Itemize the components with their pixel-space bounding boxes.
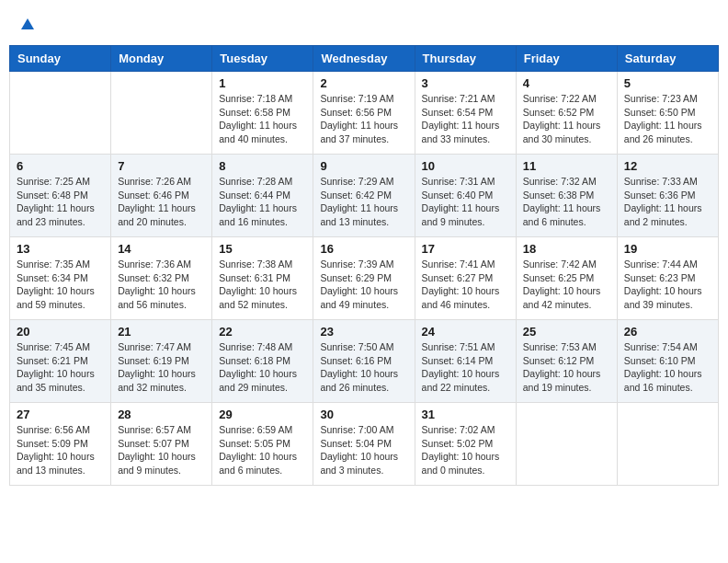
calendar-cell: 7Sunrise: 7:26 AMSunset: 6:46 PMDaylight… — [111, 155, 212, 237]
day-info: Sunrise: 7:39 AMSunset: 6:29 PMDaylight:… — [320, 258, 407, 312]
svg-marker-0 — [21, 18, 34, 29]
calendar-cell: 1Sunrise: 7:18 AMSunset: 6:58 PMDaylight… — [212, 72, 313, 155]
calendar-cell: 24Sunrise: 7:51 AMSunset: 6:14 PMDayligh… — [415, 320, 516, 403]
day-info: Sunrise: 7:32 AMSunset: 6:38 PMDaylight:… — [523, 175, 610, 229]
calendar-cell — [617, 403, 718, 486]
day-number: 28 — [118, 408, 205, 421]
day-info: Sunrise: 7:02 AMSunset: 5:02 PMDaylight:… — [422, 423, 509, 477]
day-info: Sunrise: 7:33 AMSunset: 6:36 PMDaylight:… — [624, 175, 711, 229]
day-info: Sunrise: 7:45 AMSunset: 6:21 PMDaylight:… — [17, 340, 104, 395]
day-number: 30 — [320, 408, 407, 421]
day-info: Sunrise: 7:53 AMSunset: 6:12 PMDaylight:… — [523, 340, 610, 395]
calendar-dow-monday: Monday — [111, 46, 212, 72]
day-info: Sunrise: 7:54 AMSunset: 6:10 PMDaylight:… — [624, 340, 711, 395]
day-number: 29 — [219, 408, 306, 421]
day-number: 25 — [523, 325, 610, 339]
day-number: 2 — [320, 76, 407, 90]
logo-triangle-icon — [19, 17, 36, 33]
day-number: 9 — [320, 159, 407, 173]
calendar-cell: 14Sunrise: 7:36 AMSunset: 6:32 PMDayligh… — [111, 237, 212, 320]
logo — [18, 14, 36, 31]
calendar-cell: 16Sunrise: 7:39 AMSunset: 6:29 PMDayligh… — [313, 237, 415, 320]
calendar-cell: 30Sunrise: 7:00 AMSunset: 5:04 PMDayligh… — [313, 403, 415, 486]
calendar-cell: 19Sunrise: 7:44 AMSunset: 6:23 PMDayligh… — [617, 237, 718, 320]
calendar-cell: 12Sunrise: 7:33 AMSunset: 6:36 PMDayligh… — [617, 155, 718, 237]
day-info: Sunrise: 7:29 AMSunset: 6:42 PMDaylight:… — [320, 175, 407, 229]
day-number: 5 — [624, 76, 711, 90]
calendar-cell: 22Sunrise: 7:48 AMSunset: 6:18 PMDayligh… — [212, 320, 313, 403]
day-info: Sunrise: 7:21 AMSunset: 6:54 PMDaylight:… — [422, 92, 509, 146]
calendar-cell: 21Sunrise: 7:47 AMSunset: 6:19 PMDayligh… — [111, 320, 212, 403]
day-info: Sunrise: 7:48 AMSunset: 6:18 PMDaylight:… — [219, 340, 306, 395]
calendar-cell: 13Sunrise: 7:35 AMSunset: 6:34 PMDayligh… — [10, 237, 111, 320]
day-info: Sunrise: 6:59 AMSunset: 5:05 PMDaylight:… — [219, 423, 306, 477]
calendar-cell: 27Sunrise: 6:56 AMSunset: 5:09 PMDayligh… — [10, 403, 111, 486]
day-info: Sunrise: 7:25 AMSunset: 6:48 PMDaylight:… — [17, 175, 104, 229]
calendar-cell: 6Sunrise: 7:25 AMSunset: 6:48 PMDaylight… — [10, 155, 111, 237]
calendar-week-row: 6Sunrise: 7:25 AMSunset: 6:48 PMDaylight… — [10, 155, 719, 237]
day-number: 4 — [523, 76, 610, 90]
calendar-week-row: 20Sunrise: 7:45 AMSunset: 6:21 PMDayligh… — [10, 320, 719, 403]
day-info: Sunrise: 7:35 AMSunset: 6:34 PMDaylight:… — [17, 258, 104, 312]
calendar-cell: 3Sunrise: 7:21 AMSunset: 6:54 PMDaylight… — [415, 72, 516, 155]
calendar-cell: 17Sunrise: 7:41 AMSunset: 6:27 PMDayligh… — [415, 237, 516, 320]
day-info: Sunrise: 7:23 AMSunset: 6:50 PMDaylight:… — [624, 92, 711, 146]
day-info: Sunrise: 7:50 AMSunset: 6:16 PMDaylight:… — [320, 340, 407, 395]
day-number: 3 — [422, 76, 509, 90]
calendar-cell: 5Sunrise: 7:23 AMSunset: 6:50 PMDaylight… — [617, 72, 718, 155]
calendar-header-row: SundayMondayTuesdayWednesdayThursdayFrid… — [10, 46, 719, 72]
calendar-cell: 11Sunrise: 7:32 AMSunset: 6:38 PMDayligh… — [516, 155, 617, 237]
day-info: Sunrise: 7:28 AMSunset: 6:44 PMDaylight:… — [219, 175, 306, 229]
calendar-cell: 9Sunrise: 7:29 AMSunset: 6:42 PMDaylight… — [313, 155, 415, 237]
calendar-week-row: 27Sunrise: 6:56 AMSunset: 5:09 PMDayligh… — [10, 403, 719, 486]
calendar-dow-saturday: Saturday — [617, 46, 718, 72]
day-number: 1 — [219, 76, 306, 90]
day-number: 27 — [17, 408, 104, 421]
calendar-dow-friday: Friday — [516, 46, 617, 72]
calendar-cell: 25Sunrise: 7:53 AMSunset: 6:12 PMDayligh… — [516, 320, 617, 403]
calendar-cell: 4Sunrise: 7:22 AMSunset: 6:52 PMDaylight… — [516, 72, 617, 155]
day-number: 15 — [219, 242, 306, 256]
calendar-cell: 2Sunrise: 7:19 AMSunset: 6:56 PMDaylight… — [313, 72, 415, 155]
calendar-cell — [516, 403, 617, 486]
day-info: Sunrise: 6:56 AMSunset: 5:09 PMDaylight:… — [17, 423, 104, 477]
calendar-week-row: 1Sunrise: 7:18 AMSunset: 6:58 PMDaylight… — [10, 72, 719, 155]
calendar-week-row: 13Sunrise: 7:35 AMSunset: 6:34 PMDayligh… — [10, 237, 719, 320]
calendar-cell — [111, 72, 212, 155]
calendar-cell: 15Sunrise: 7:38 AMSunset: 6:31 PMDayligh… — [212, 237, 313, 320]
day-number: 12 — [624, 159, 711, 173]
day-number: 26 — [624, 325, 711, 339]
day-info: Sunrise: 6:57 AMSunset: 5:07 PMDaylight:… — [118, 423, 205, 477]
calendar-dow-tuesday: Tuesday — [212, 46, 313, 72]
calendar-cell: 23Sunrise: 7:50 AMSunset: 6:16 PMDayligh… — [313, 320, 415, 403]
day-info: Sunrise: 7:00 AMSunset: 5:04 PMDaylight:… — [320, 423, 407, 477]
calendar-cell: 31Sunrise: 7:02 AMSunset: 5:02 PMDayligh… — [415, 403, 516, 486]
day-number: 21 — [118, 325, 205, 339]
calendar-cell: 10Sunrise: 7:31 AMSunset: 6:40 PMDayligh… — [415, 155, 516, 237]
day-info: Sunrise: 7:51 AMSunset: 6:14 PMDaylight:… — [422, 340, 509, 395]
day-number: 10 — [422, 159, 509, 173]
day-info: Sunrise: 7:18 AMSunset: 6:58 PMDaylight:… — [219, 92, 306, 146]
day-number: 6 — [17, 159, 104, 173]
day-number: 8 — [219, 159, 306, 173]
day-number: 16 — [320, 242, 407, 256]
day-info: Sunrise: 7:44 AMSunset: 6:23 PMDaylight:… — [624, 258, 711, 312]
calendar-dow-thursday: Thursday — [415, 46, 516, 72]
day-info: Sunrise: 7:36 AMSunset: 6:32 PMDaylight:… — [118, 258, 205, 312]
calendar-table: SundayMondayTuesdayWednesdayThursdayFrid… — [9, 45, 719, 486]
day-number: 7 — [118, 159, 205, 173]
day-info: Sunrise: 7:19 AMSunset: 6:56 PMDaylight:… — [320, 92, 407, 146]
calendar-dow-wednesday: Wednesday — [313, 46, 415, 72]
day-number: 31 — [422, 408, 509, 421]
day-info: Sunrise: 7:22 AMSunset: 6:52 PMDaylight:… — [523, 92, 610, 146]
day-number: 17 — [422, 242, 509, 256]
day-info: Sunrise: 7:26 AMSunset: 6:46 PMDaylight:… — [118, 175, 205, 229]
calendar-cell: 29Sunrise: 6:59 AMSunset: 5:05 PMDayligh… — [212, 403, 313, 486]
day-number: 13 — [17, 242, 104, 256]
day-number: 19 — [624, 242, 711, 256]
day-number: 14 — [118, 242, 205, 256]
day-number: 18 — [523, 242, 610, 256]
calendar-cell: 26Sunrise: 7:54 AMSunset: 6:10 PMDayligh… — [617, 320, 718, 403]
day-info: Sunrise: 7:42 AMSunset: 6:25 PMDaylight:… — [523, 258, 610, 312]
day-info: Sunrise: 7:47 AMSunset: 6:19 PMDaylight:… — [118, 340, 205, 395]
